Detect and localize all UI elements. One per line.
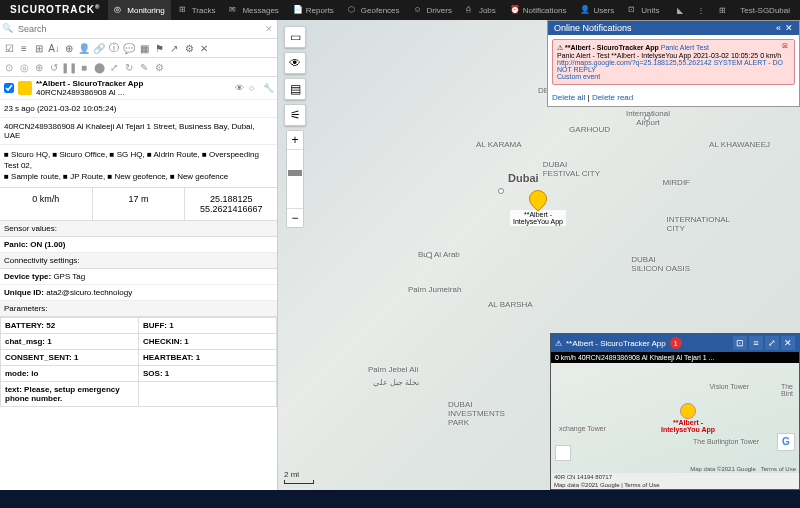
tb-close[interactable]: ✕ <box>197 41 211 55</box>
map-canvas[interactable]: Dubai Dubai International Airport DEIRA … <box>278 20 800 490</box>
mc-sliders-icon[interactable]: ⚟ <box>284 104 306 126</box>
stats-row: 0 km/h 17 m 25.188125 55.2621416667 <box>0 188 277 221</box>
account-label[interactable]: Test-SGDubai <box>734 0 796 20</box>
notifications-panel: Online Notifications « ✕ ⊠ ⚠ **Albert - … <box>547 20 800 107</box>
stat-altitude: 17 m <box>93 188 186 220</box>
pb-pause[interactable]: ❚❚ <box>62 60 76 74</box>
brand-logo: SICUROTRACK® <box>4 4 106 15</box>
popup-google-icon[interactable]: G <box>777 433 795 451</box>
alert-link[interactable]: http://maps.google.com/?q=25.188125,55.2… <box>557 59 790 73</box>
tb-photo[interactable]: ▦ <box>137 41 151 55</box>
nav-drivers[interactable]: ☺Drivers <box>408 0 458 20</box>
nav-geofences[interactable]: ⬡Geofences <box>342 0 406 20</box>
popup-zoom-in[interactable]: + <box>555 445 571 461</box>
notif-close-icon[interactable]: ✕ <box>785 23 793 33</box>
nav-notifications[interactable]: ⏰Notifications <box>504 0 573 20</box>
mc-layers-icon[interactable]: ▤ <box>284 78 306 100</box>
tb-chat[interactable]: 💬 <box>122 41 136 55</box>
unit-time: 23 s ago (2021-03-02 10:05:24) <box>0 100 277 118</box>
pb-2[interactable]: ◎ <box>17 60 31 74</box>
tb-link[interactable]: 🔗 <box>92 41 106 55</box>
map-scale: 2 mi <box>284 470 314 484</box>
nav-users[interactable]: 👤Users <box>574 0 620 20</box>
pb-rec[interactable]: ⬤ <box>92 60 106 74</box>
tb-flag[interactable]: ⚑ <box>152 41 166 55</box>
nav-messages[interactable]: ✉Messages <box>223 0 284 20</box>
map-marker[interactable]: **Albert - IntelyseYou App <box>510 190 566 226</box>
clear-search-icon[interactable]: ✕ <box>265 24 275 34</box>
popup-expand-icon[interactable]: ⤢ <box>765 336 779 350</box>
nav-units[interactable]: ⊡Units <box>622 0 665 20</box>
delete-all-link[interactable]: Delete all <box>552 93 585 102</box>
map-controls: ▭ 👁 ▤ ⚟ <box>284 26 306 126</box>
zoom-in[interactable]: + <box>287 131 303 149</box>
tb-share[interactable]: ↗ <box>167 41 181 55</box>
left-panel: 🔍 ✕ ☑ ≡ ⊞ A↓ ⊕ 👤 🔗 ⓘ 💬 ▦ ⚑ ↗ ⚙ ✕ <box>0 20 278 490</box>
delete-read-link[interactable]: Delete read <box>592 93 633 102</box>
more-icon[interactable]: ⋮ <box>691 0 711 20</box>
zoom-out[interactable]: − <box>287 209 303 227</box>
popup-minimap[interactable]: Vision Tower xchange Tower The Burlingto… <box>551 363 799 473</box>
mc-visibility-icon[interactable]: 👁 <box>284 52 306 74</box>
tb-grid[interactable]: ⊞ <box>32 41 46 55</box>
unit-circle-icon[interactable]: ○ <box>249 83 259 93</box>
tool-icon[interactable]: ◣ <box>671 0 689 20</box>
popup-unit-icon: ⚠ <box>555 339 562 348</box>
sensors-head: Sensor values: <box>0 221 277 237</box>
unit-row[interactable]: **Albert - SicuroTracker App40RCN2489386… <box>0 77 277 100</box>
tb-sort-az[interactable]: A↓ <box>47 41 61 55</box>
pb-stop[interactable]: ■ <box>77 60 91 74</box>
search-input[interactable] <box>16 22 263 36</box>
unit-name: **Albert - SicuroTracker App40RCN2489386… <box>36 79 231 97</box>
pb-7[interactable]: ✎ <box>137 60 151 74</box>
tb-user[interactable]: 👤 <box>77 41 91 55</box>
popup-marker: **Albert - IntelyseYou App <box>661 403 715 433</box>
params-head: Parameters: <box>0 301 277 317</box>
popup-footer2: Map data ©2021 Google | Terms of Use <box>551 481 799 489</box>
nav-reports[interactable]: 📄Reports <box>287 0 340 20</box>
apps-icon[interactable]: ⊞ <box>713 0 732 20</box>
unit-wrench-icon[interactable]: 🔧 <box>263 83 273 93</box>
list-toolbar: ☑ ≡ ⊞ A↓ ⊕ 👤 🔗 ⓘ 💬 ▦ ⚑ ↗ ⚙ ✕ <box>0 39 277 58</box>
pb-6[interactable]: ↻ <box>122 60 136 74</box>
notif-min-icon[interactable]: « <box>776 23 781 33</box>
tb-list[interactable]: ≡ <box>17 41 31 55</box>
notif-actions: Delete all | Delete read <box>548 89 799 106</box>
popup-layers-icon[interactable]: ≡ <box>749 336 763 350</box>
device-type: Device type: GPS Tag <box>0 269 277 285</box>
pb-3[interactable]: ⊕ <box>32 60 46 74</box>
nav-monitoring[interactable]: ◎Monitoring <box>108 0 170 20</box>
top-nav: SICUROTRACK® ◎Monitoring ⊞Tracks ✉Messag… <box>0 0 800 20</box>
pb-4[interactable]: ↺ <box>47 60 61 74</box>
notif-header: Online Notifications « ✕ <box>548 21 799 35</box>
sensor-panic: Panic: ON (1.00) <box>0 237 277 253</box>
nav-jobs[interactable]: ⎙Jobs <box>460 0 502 20</box>
tb-target[interactable]: ⊕ <box>62 41 76 55</box>
popup-center-icon[interactable]: ⊡ <box>733 336 747 350</box>
alert-custom: Custom event <box>557 73 600 80</box>
pb-5[interactable]: ⤢ <box>107 60 121 74</box>
popup-close-icon[interactable]: ✕ <box>781 336 795 350</box>
unit-checkbox[interactable] <box>4 83 14 93</box>
popup-subbar: 0 km/h 40RCN2489386908 Al Khaleeji Al Te… <box>551 352 799 363</box>
alert-card[interactable]: ⊠ ⚠ **Albert - SicuroTracker App Panic A… <box>552 39 795 85</box>
popup-footer: 40R CN 14194 80717 <box>551 473 799 481</box>
alert-close-icon[interactable]: ⊠ <box>782 42 792 52</box>
tracking-popup: ⚠ **Albert - SicuroTracker App 1 ⊡ ≡ ⤢ ✕… <box>550 333 800 490</box>
tb-settings[interactable]: ⚙ <box>182 41 196 55</box>
tb-info[interactable]: ⓘ <box>107 41 121 55</box>
pb-1[interactable]: ⊙ <box>2 60 16 74</box>
params-table: BATTERY: 52BUFF: 1 chat_msg: 1CHECKIN: 1… <box>0 317 277 407</box>
tb-check[interactable]: ☑ <box>2 41 16 55</box>
zoom-control: + − <box>286 130 304 228</box>
zoom-slider[interactable] <box>287 149 303 209</box>
routes-list: ■ Sicuro HQ, ■ Sicuro Office, ■ SG HQ, ■… <box>0 145 277 188</box>
nav-tracks[interactable]: ⊞Tracks <box>173 0 222 20</box>
map-city: Dubai <box>508 172 539 184</box>
popup-header[interactable]: ⚠ **Albert - SicuroTracker App 1 ⊡ ≡ ⤢ ✕ <box>551 334 799 352</box>
pb-8[interactable]: ⚙ <box>152 60 166 74</box>
popup-badge: 1 <box>670 337 682 349</box>
mc-area-icon[interactable]: ▭ <box>284 26 306 48</box>
unit-eye-icon[interactable]: 👁 <box>235 83 245 93</box>
unique-id: Unique ID: ata2@sicuro.technology <box>0 285 277 301</box>
